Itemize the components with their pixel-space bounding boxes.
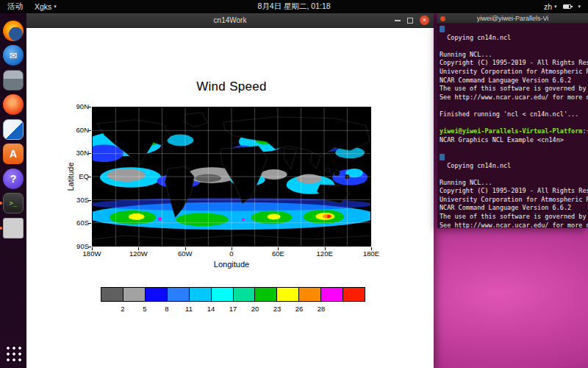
- activities-button[interactable]: 活动: [7, 1, 23, 12]
- colorbar-label: 20: [251, 305, 259, 313]
- chevron-down-icon: ▾: [54, 4, 57, 10]
- x-tick-label: 120W: [129, 250, 148, 258]
- terminal-line: [440, 25, 586, 34]
- x-tick-mark: [92, 247, 93, 250]
- x-tick-label: 60E: [272, 250, 284, 258]
- terminal-line: NCAR Graphics NCL Example <cn14n>: [440, 136, 586, 145]
- y-tick-label: 30S: [62, 196, 89, 204]
- blue-block: [440, 154, 445, 160]
- y-tick-label: 90N: [62, 102, 89, 110]
- terminal-output[interactable]: Copying cn14n.ncl Running NCL...Copyrigh…: [437, 24, 588, 228]
- dock-item-ubuntu-software[interactable]: A: [2, 143, 24, 165]
- x-tick-mark: [325, 247, 326, 250]
- system-menu-chevron-icon[interactable]: ▾: [578, 4, 581, 10]
- y-tick-label: 90S: [62, 242, 89, 250]
- terminal-glyph: >_: [10, 200, 18, 207]
- rhythmbox-icon: [3, 94, 24, 115]
- x-tick-label: 120E: [317, 250, 333, 258]
- notification-dot: [440, 16, 445, 21]
- y-tick-mark: [88, 200, 91, 201]
- dock-item-firefox[interactable]: [2, 20, 24, 42]
- terminal-line: See http://www.ncar.ucar.edu/ for more d…: [440, 222, 586, 228]
- maximize-button[interactable]: [407, 18, 413, 24]
- map-plot: [92, 107, 371, 247]
- colorbar-box: [123, 288, 145, 301]
- y-tick-mark: [88, 247, 91, 247]
- xgks-plot-window: cn14Work × Wind Speed Latitude: [26, 13, 434, 368]
- wind-speed-map: [93, 107, 370, 246]
- terminal-line: Running NCL...: [440, 51, 586, 60]
- dock-item-terminal[interactable]: >_: [2, 192, 24, 214]
- plot-window-titlebar[interactable]: cn14Work ×: [26, 13, 434, 28]
- plot-window-title: cn14Work: [26, 16, 434, 24]
- terminal-titlebar[interactable]: yiwei@yiwei-Parallels-Vi: [437, 13, 588, 24]
- y-tick-mark: [88, 153, 91, 154]
- blue-block: [440, 26, 445, 32]
- terminal-line: [440, 144, 586, 153]
- terminal-icon: >_: [3, 193, 24, 213]
- dock-item-files[interactable]: [2, 69, 24, 91]
- terminal-line: [440, 102, 586, 110]
- terminal-line: [440, 170, 586, 179]
- colorbar-box: [298, 288, 320, 301]
- terminal-line: Copyright (C) 1995-2019 - All Rights Res: [440, 59, 586, 68]
- colorbar-label: 2: [121, 305, 124, 313]
- y-tick-mark: [88, 223, 91, 224]
- running-indicator: [0, 227, 2, 230]
- x-tick-label: 60W: [178, 250, 193, 258]
- colorbar-label: 26: [295, 305, 304, 313]
- colorbar-label: 23: [273, 305, 282, 313]
- terminal-line: [440, 119, 586, 128]
- dock-item-rhythmbox[interactable]: [2, 93, 24, 116]
- y-tick-label: EQ: [62, 172, 89, 180]
- colorbar-label: 11: [185, 305, 193, 313]
- colorbar-box: [167, 288, 189, 301]
- plot-canvas[interactable]: Wind Speed Latitude: [26, 28, 434, 367]
- dock-item-libreoffice-writer[interactable]: [2, 118, 24, 141]
- clock[interactable]: 8月4日 星期二, 01:18: [0, 1, 588, 12]
- running-indicator: [0, 202, 2, 205]
- ubuntu-software-icon: A: [3, 144, 24, 164]
- input-method-indicator[interactable]: zh ▾: [544, 2, 557, 11]
- terminal-line: See http://www.ncar.ucar.edu/ for more d…: [440, 93, 586, 102]
- app-menu-label: Xgks: [35, 2, 51, 11]
- terminal-line: The use of this software is governed by: [440, 213, 586, 222]
- y-tick-mark: [88, 107, 91, 107]
- colorbar-label: 28: [318, 305, 326, 313]
- x-axis-title: Longitude: [92, 260, 371, 269]
- x-tick-label: 180E: [363, 250, 379, 258]
- window-controls: ×: [395, 15, 434, 25]
- dock-item-thunderbird[interactable]: ✉: [2, 44, 24, 66]
- colorbar-box: [343, 288, 365, 301]
- ime-label: zh: [544, 2, 552, 11]
- terminal-line: Copying cn14n.ncl: [440, 162, 586, 171]
- colorbar-box: [276, 288, 298, 301]
- libreoffice-writer-icon: [3, 119, 24, 140]
- colorbar-box: [254, 288, 276, 301]
- colorbar: [101, 287, 365, 302]
- colorbar-label: 17: [229, 305, 237, 313]
- xgks-icon: [3, 218, 24, 238]
- colorbar-label: 14: [207, 305, 215, 313]
- colorbar-label: 5: [143, 305, 146, 313]
- y-tick-mark: [88, 177, 91, 177]
- ubuntu-software-glyph: A: [10, 149, 17, 159]
- help-glyph: ?: [10, 174, 17, 184]
- dock: ✉A?>_: [0, 13, 26, 368]
- terminal-line: Running NCL...: [440, 179, 586, 188]
- terminal-line: Copying cn14n.ncl: [440, 34, 586, 43]
- close-button[interactable]: ×: [420, 15, 429, 25]
- terminal-line: NCAR Command Language Version 6.6.2: [440, 77, 586, 85]
- minimize-button[interactable]: [395, 20, 401, 21]
- show-applications-button[interactable]: [4, 344, 22, 362]
- app-menu[interactable]: Xgks ▾: [35, 2, 57, 11]
- terminal-line: University Corporation for Atmospheric R: [440, 68, 586, 77]
- y-tick-mark: [88, 130, 91, 131]
- terminal-line: yiwei@yiwei-Parallels-Virtual-Platform:~…: [440, 127, 586, 136]
- x-tick-label: 180W: [83, 250, 101, 258]
- dock-item-help[interactable]: ?: [2, 168, 24, 190]
- x-tick-label: 0: [229, 250, 233, 258]
- dock-item-xgks[interactable]: [2, 217, 24, 239]
- terminal-line: The use of this software is governed by: [440, 85, 586, 93]
- x-tick-mark: [185, 247, 186, 250]
